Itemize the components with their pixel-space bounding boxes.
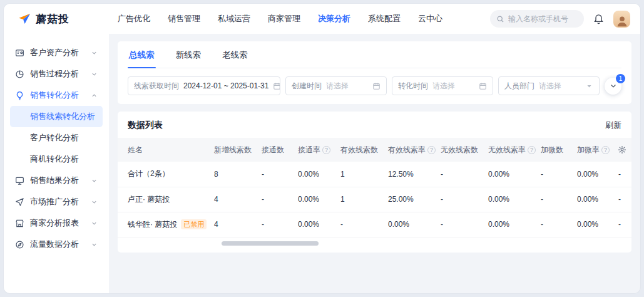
send-icon <box>15 197 24 207</box>
compass-icon <box>15 240 24 249</box>
sidebar-group-6[interactable]: 商家分析报表 <box>10 212 103 234</box>
nav-item-1[interactable]: 广告优化 <box>109 4 159 34</box>
help-icon[interactable]: ? <box>601 146 610 154</box>
sidebar-group-label: 销售过程分析 <box>30 68 79 80</box>
chevron-down-icon <box>91 220 98 227</box>
filter-collapse-button[interactable]: 1 <box>605 78 621 95</box>
data-table: 姓名新增线索数接通数接通率?有效线索数有效线索率?无效线索数无效线索率?加微数加… <box>118 138 631 237</box>
row-name: 卢正· 蘑菇投 <box>128 195 170 204</box>
column-header-9: 加微数 <box>537 138 573 162</box>
sidebar-group-2[interactable]: 销售过程分析 <box>10 63 103 85</box>
nav-item-5[interactable]: 决策分析 <box>309 4 359 34</box>
cell-col-9: - <box>537 212 573 237</box>
cell-col-2: 4 <box>210 187 258 212</box>
chevron-up-icon <box>91 92 98 99</box>
nav-item-7[interactable]: 云中心 <box>409 4 451 34</box>
table-container: 姓名新增线索数接通数接通率?有效线索数有效线索率?无效线索数无效线索率?加微数加… <box>118 138 631 237</box>
sidebar-group-1[interactable]: 客户资产分析 <box>10 42 103 63</box>
cell-col-9: - <box>537 187 573 212</box>
column-header-3: 接通数 <box>258 138 294 162</box>
nav-item-6[interactable]: 系统配置 <box>359 4 409 34</box>
filter-create-time[interactable]: 创建时间 请选择 <box>285 76 387 95</box>
cell-col-5: 1 <box>337 162 384 187</box>
column-label: 姓名 <box>128 145 143 155</box>
calendar-icon <box>273 82 280 90</box>
column-header-4: 接通率? <box>294 138 337 162</box>
sidebar-group-label: 客户资产分析 <box>30 47 79 58</box>
sidebar: 客户资产分析销售过程分析销售转化分析销售线索转化分析客户转化分析商机转化分析销售… <box>4 34 109 293</box>
filter-placeholder: 请选择 <box>326 81 349 91</box>
sidebar-group-7[interactable]: 流量数据分析 <box>10 234 103 255</box>
nav-item-4[interactable]: 商家管理 <box>259 4 309 34</box>
column-label: 无效线索率 <box>488 145 526 155</box>
top-nav: 广告优化销售管理私域运营商家管理决策分析系统配置云中心 <box>109 4 451 34</box>
pie-icon <box>15 70 24 79</box>
refresh-button[interactable]: 刷新 <box>605 120 621 131</box>
column-label: 新增线索数 <box>214 145 252 155</box>
sidebar-group-label: 销售转化分析 <box>30 90 79 101</box>
chevron-down-icon <box>91 199 98 206</box>
search-box[interactable] <box>490 10 584 28</box>
sidebar-item-3-1[interactable]: 销售线索转化分析 <box>10 106 103 127</box>
bulb-icon <box>15 91 24 100</box>
monitor-icon <box>15 176 24 185</box>
chevron-down-icon <box>91 241 98 248</box>
cell-col-3: - <box>258 187 294 212</box>
column-header-7: 无效线索数 <box>437 138 484 162</box>
brand-logo-icon <box>18 12 31 26</box>
column-header-10: 加微率? <box>573 138 615 162</box>
brand-logo[interactable]: 蘑菇投 <box>18 12 109 26</box>
horizontal-scrollbar[interactable] <box>128 241 621 246</box>
row-name: 钱华胜· 蘑菇投 <box>128 220 177 229</box>
cell-col-8: 0.00% <box>484 162 537 187</box>
table-row-2: 卢正· 蘑菇投4-0.00%125.00%-0.00%-0.00%- <box>118 187 631 212</box>
sidebar-group-4[interactable]: 销售结果分析 <box>10 170 103 191</box>
filter-department-select[interactable]: 人员部门 请选择 <box>498 76 600 95</box>
help-icon[interactable]: ? <box>427 146 436 154</box>
cell-col-4: 0.00% <box>294 187 337 212</box>
filter-convert-time[interactable]: 转化时间 请选择 <box>392 76 493 95</box>
column-label: 加微率 <box>577 145 600 155</box>
filter-label: 线索获取时间 <box>134 81 179 91</box>
cell-col-4: 0.00% <box>294 162 337 187</box>
tab-2[interactable]: 新线索 <box>175 41 203 68</box>
app-window: 蘑菇投 广告优化销售管理私域运营商家管理决策分析系统配置云中心 <box>4 4 640 293</box>
filter-placeholder: 请选择 <box>432 81 455 91</box>
cell-col-5: - <box>337 212 384 237</box>
nav-item-2[interactable]: 销售管理 <box>159 4 209 34</box>
filter-label: 转化时间 <box>398 81 428 91</box>
filter-lead-acquire-time[interactable]: 线索获取时间 2024-12-01 ~ 2025-01-31 <box>128 76 280 95</box>
search-input[interactable] <box>508 14 578 23</box>
cell-col-3: - <box>258 212 294 237</box>
user-avatar[interactable] <box>613 11 630 28</box>
filter-count-badge: 1 <box>616 74 625 83</box>
sidebar-item-3-3[interactable]: 商机转化分析 <box>10 148 103 170</box>
main-area: 客户资产分析销售过程分析销售转化分析销售线索转化分析客户转化分析商机转化分析销售… <box>4 34 640 293</box>
top-right-tools <box>490 10 630 28</box>
help-icon[interactable]: ? <box>322 146 330 154</box>
cell-col-8: 0.00% <box>484 212 537 237</box>
table-header-row: 姓名新增线索数接通数接通率?有效线索数有效线索率?无效线索数无效线索率?加微数加… <box>118 138 631 162</box>
cell-name: 钱华胜· 蘑菇投已禁用 <box>118 212 210 237</box>
sidebar-group-3[interactable]: 销售转化分析 <box>10 85 103 106</box>
cell-col-8: 0.00% <box>484 187 537 212</box>
column-label: 无效线索数 <box>441 145 478 155</box>
sidebar-group-label: 流量数据分析 <box>30 239 79 250</box>
cell-col-11: - <box>615 187 631 212</box>
tab-3[interactable]: 老线索 <box>221 41 249 68</box>
cell-col-5: 1 <box>337 187 384 212</box>
column-settings-button[interactable] <box>613 138 631 162</box>
sidebar-group-label: 商家分析报表 <box>30 217 79 229</box>
column-label: 接通数 <box>262 145 284 155</box>
nav-item-3[interactable]: 私域运营 <box>209 4 259 34</box>
filter-label: 创建时间 <box>292 81 322 91</box>
column-label: 接通率 <box>298 145 320 155</box>
cell-col-10: 0.00% <box>573 187 615 212</box>
scrollbar-thumb[interactable] <box>222 241 319 246</box>
tab-1[interactable]: 总线索 <box>128 41 156 68</box>
sidebar-group-5[interactable]: 市场推广分析 <box>10 191 103 212</box>
notification-bell-icon[interactable] <box>593 14 604 24</box>
help-icon[interactable]: ? <box>528 146 536 154</box>
cell-col-7: - <box>437 187 484 212</box>
sidebar-item-3-2[interactable]: 客户转化分析 <box>10 127 103 148</box>
